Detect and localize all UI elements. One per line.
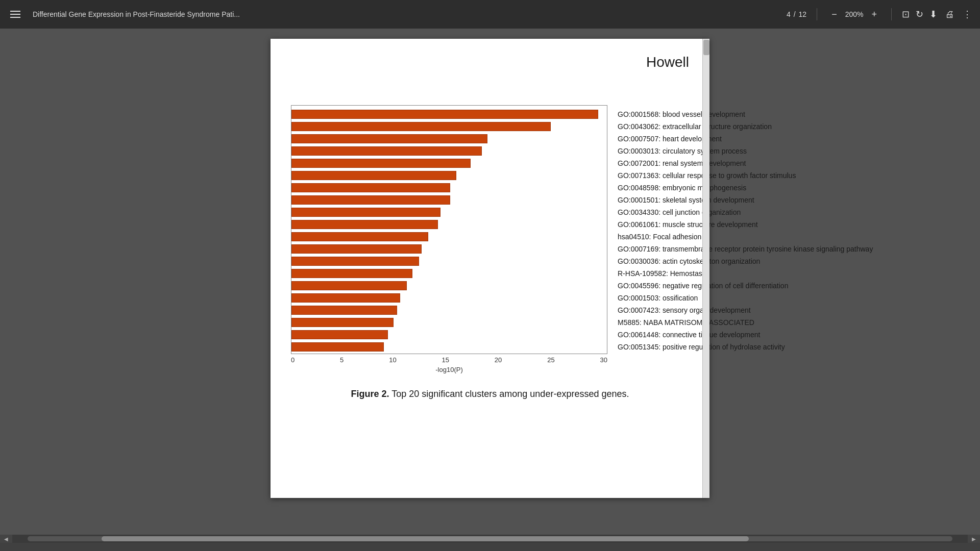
x-axis-tick: 20 xyxy=(495,356,502,364)
bar xyxy=(291,281,407,290)
scroll-thumb xyxy=(102,536,749,541)
bar xyxy=(291,195,450,205)
bottom-scrollbar[interactable]: ◀ ▶ xyxy=(0,535,980,543)
bar xyxy=(291,318,394,327)
print-button[interactable]: 🖨 xyxy=(945,9,954,20)
x-axis-tick: 10 xyxy=(389,356,396,364)
go-label-item: R-HSA-109582: Hemostasis xyxy=(618,267,873,280)
bar xyxy=(291,122,551,131)
x-axis: 051015202530 xyxy=(291,354,607,364)
zoom-controls: − 200% + xyxy=(827,7,881,22)
bar-row xyxy=(291,231,607,242)
go-label-item: GO:0043062: extracellular structure orga… xyxy=(618,120,873,133)
go-label-item: GO:0030036: actin cytoskeleton organizat… xyxy=(618,255,873,267)
go-label-item: GO:0061448: connective tissue developmen… xyxy=(618,329,873,341)
bar xyxy=(291,342,384,352)
bar-row xyxy=(291,317,607,328)
toolbar-right: ⬇ 🖨 ⋮ xyxy=(929,9,972,20)
go-label-item: GO:0007169: transmembrane receptor prote… xyxy=(618,243,873,255)
go-label-item: GO:0061061: muscle structure development xyxy=(618,218,873,231)
zoom-out-button[interactable]: − xyxy=(827,7,841,22)
go-label-item: GO:0001568: blood vessel development xyxy=(618,108,873,120)
go-label-item: GO:0051345: positive regulation of hydro… xyxy=(618,341,873,353)
toolbar-divider-1 xyxy=(817,8,817,20)
go-label-item: GO:0072001: renal system development xyxy=(618,157,873,169)
go-label-item: GO:0003013: circulatory system process xyxy=(618,145,873,157)
page-nav: 4 / 12 xyxy=(787,10,806,18)
x-axis-tick: 5 xyxy=(340,356,344,364)
bar-row xyxy=(291,133,607,144)
figure-caption: Figure 2. Top 20 significant clusters am… xyxy=(291,389,689,399)
bar-row xyxy=(291,219,607,230)
go-labels: GO:0001568: blood vessel developmentGO:0… xyxy=(618,108,873,353)
bar-row xyxy=(291,170,607,181)
fit-page-button[interactable]: ⊡ xyxy=(902,9,910,20)
rotate-button[interactable]: ↻ xyxy=(916,9,923,20)
x-axis-tick: 30 xyxy=(600,356,607,364)
scroll-left-arrow[interactable]: ◀ xyxy=(0,535,12,543)
go-label-item: GO:0045596: negative regulation of cell … xyxy=(618,280,873,292)
scroll-right-arrow[interactable]: ▶ xyxy=(968,535,980,543)
menu-icon[interactable] xyxy=(8,9,22,20)
bar-row xyxy=(291,341,607,353)
x-axis-tick: 25 xyxy=(547,356,554,364)
go-label-item: GO:0007507: heart development xyxy=(618,133,873,145)
scroll-track[interactable] xyxy=(28,536,952,541)
author-name: Howell xyxy=(646,54,689,70)
bar xyxy=(291,159,471,168)
x-axis-tick: 15 xyxy=(442,356,449,364)
go-label-item: GO:0007423: sensory organ development xyxy=(618,304,873,316)
chart-container: 051015202530 -log10(P) GO:0001568: blood… xyxy=(291,105,689,373)
figure-caption-text: Top 20 significant clusters among under-… xyxy=(389,389,629,399)
document-title: Differential Gene Expression in Post-Fin… xyxy=(33,10,780,18)
bar-row xyxy=(291,109,607,120)
bar xyxy=(291,134,487,143)
bar xyxy=(291,208,440,217)
bar-row xyxy=(291,207,607,218)
bar xyxy=(291,171,456,180)
bar-row xyxy=(291,145,607,157)
bar xyxy=(291,220,438,229)
bar-row xyxy=(291,280,607,291)
go-label-item: GO:0071363: cellular response to growth … xyxy=(618,169,873,182)
more-options-button[interactable]: ⋮ xyxy=(963,9,972,20)
page-separator: / xyxy=(794,10,796,18)
page-scrollbar[interactable] xyxy=(702,39,709,498)
bar-row xyxy=(291,256,607,267)
page-total: 12 xyxy=(799,10,807,18)
go-label-item: hsa04510: Focal adhesion xyxy=(618,231,873,243)
figure-caption-bold: Figure 2. xyxy=(351,389,389,399)
bar-chart: 051015202530 -log10(P) xyxy=(291,105,607,373)
toolbar: Differential Gene Expression in Post-Fin… xyxy=(0,0,980,29)
go-label-item: GO:0001501: skeletal system development xyxy=(618,194,873,206)
go-label-item: M5885: NABA MATRISOME ASSOCIATED xyxy=(618,316,873,329)
bar xyxy=(291,306,397,315)
bar-row xyxy=(291,292,607,304)
bar xyxy=(291,146,482,156)
bar-row xyxy=(291,182,607,193)
bar xyxy=(291,183,450,192)
bar xyxy=(291,244,422,254)
bar-row xyxy=(291,158,607,169)
bar-row xyxy=(291,268,607,279)
bar xyxy=(291,257,419,266)
bar-row xyxy=(291,121,607,132)
scrollbar-thumb xyxy=(703,40,709,55)
toolbar-divider-2 xyxy=(891,8,892,20)
zoom-in-button[interactable]: + xyxy=(867,7,881,22)
go-label-item: GO:0001503: ossification xyxy=(618,292,873,304)
bar-chart-inner xyxy=(291,105,607,354)
bar-row xyxy=(291,243,607,255)
bar xyxy=(291,293,400,303)
bar-row xyxy=(291,305,607,316)
bar xyxy=(291,330,388,339)
pdf-viewer: Howell 051015202530 -log10(P) GO:0001568… xyxy=(0,29,980,535)
bar xyxy=(291,232,428,241)
page-current: 4 xyxy=(787,10,791,18)
bar-row xyxy=(291,194,607,206)
x-axis-title: -log10(P) xyxy=(291,366,607,373)
go-label-item: GO:0034330: cell junction organization xyxy=(618,206,873,218)
zoom-level: 200% xyxy=(845,10,864,18)
bar xyxy=(291,269,412,278)
download-button[interactable]: ⬇ xyxy=(929,9,937,20)
